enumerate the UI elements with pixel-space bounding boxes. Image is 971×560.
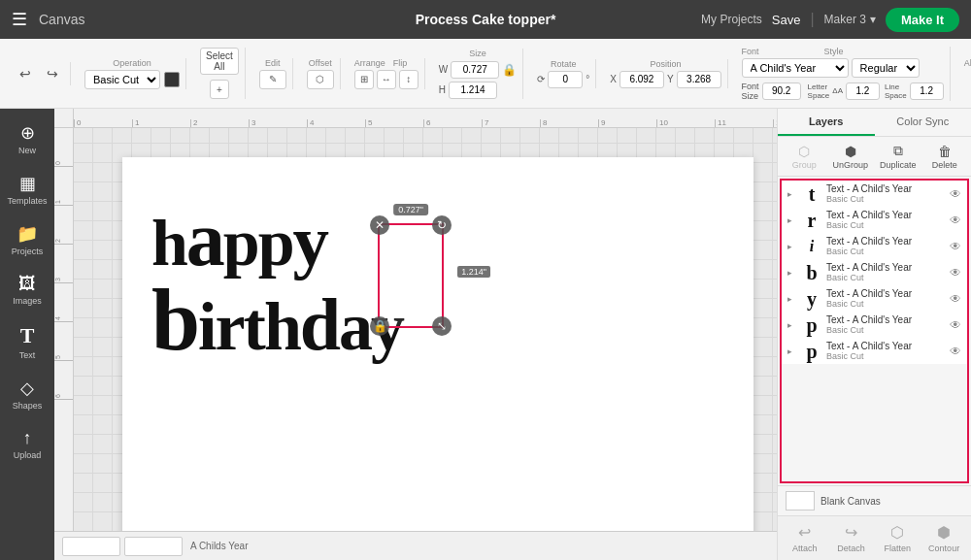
x-input[interactable] bbox=[619, 71, 664, 88]
tab-color-sync[interactable]: Color Sync bbox=[875, 109, 972, 136]
letter-space-input[interactable] bbox=[846, 82, 880, 100]
delete-handle[interactable]: ✕ bbox=[370, 215, 389, 235]
panel-tabs: Layers Color Sync bbox=[778, 109, 971, 137]
select-all-button[interactable]: Select All bbox=[200, 48, 239, 75]
layer-item-2[interactable]: ▸ i Text - A Child's Year Basic Cut 👁 bbox=[782, 233, 967, 259]
make-it-button[interactable]: Make It bbox=[886, 8, 959, 32]
images-icon: 🖼 bbox=[18, 274, 36, 294]
layer-item-5[interactable]: ▸ p Text - A Child's Year Basic Cut 👁 bbox=[782, 312, 967, 338]
sidebar-item-upload[interactable]: ↑ Upload bbox=[3, 420, 51, 468]
duplicate-icon: ⧉ bbox=[893, 143, 903, 159]
maker-selector[interactable]: Maker 3 ▾ bbox=[824, 13, 876, 26]
contour-icon: ⬢ bbox=[937, 523, 951, 542]
panel-bottom-actions: ↩ Attach ↪ Detach ⬡ Flatten ⬢ Contour bbox=[778, 515, 971, 560]
canvas-area[interactable]: 0 1 2 3 4 5 6 7 8 9 10 11 12 13 0 1 2 3 … bbox=[54, 109, 777, 560]
edit-label: Edit bbox=[265, 58, 281, 68]
height-input[interactable] bbox=[449, 82, 497, 99]
new-icon: ⊕ bbox=[20, 122, 35, 144]
flip-h-button[interactable]: ↔ bbox=[377, 70, 396, 89]
operation-select[interactable]: Basic Cut bbox=[84, 70, 160, 89]
rotate-label: Rotate bbox=[537, 59, 589, 69]
chevron-down-icon: ▾ bbox=[870, 13, 876, 26]
flip-v-button[interactable]: ↕ bbox=[399, 70, 419, 89]
lock-icon[interactable]: 🔒 bbox=[502, 63, 517, 77]
flip-label: Flip bbox=[393, 58, 408, 68]
attach-button[interactable]: ↩ Attach bbox=[784, 521, 826, 555]
ungroup-icon: ⬢ bbox=[845, 144, 856, 159]
ungroup-button[interactable]: ⬢ UnGroup bbox=[828, 142, 872, 172]
sidebar-item-new[interactable]: ⊕ New bbox=[3, 115, 51, 163]
eye-icon-1[interactable]: 👁 bbox=[950, 214, 961, 227]
font-style-select[interactable]: Regular bbox=[852, 58, 920, 78]
selection-box[interactable]: 0.727" ✕ ↻ 🔒 ⤡ 1.214" bbox=[378, 223, 444, 328]
canvas-thumbnail-2[interactable] bbox=[124, 537, 183, 556]
hamburger-icon[interactable]: ☰ bbox=[12, 9, 27, 30]
group-icon: ⬡ bbox=[798, 144, 810, 159]
sidebar-item-images[interactable]: 🖼 Images bbox=[3, 266, 51, 313]
group-button[interactable]: ⬡ Group bbox=[784, 142, 824, 172]
arrange-button[interactable]: ⊞ bbox=[354, 70, 374, 89]
eye-icon-2[interactable]: 👁 bbox=[950, 240, 961, 253]
canvas-thumbnail-1[interactable] bbox=[62, 537, 120, 556]
redo-button[interactable]: ↪ bbox=[41, 62, 64, 85]
canvas-label: Canvas bbox=[39, 12, 84, 27]
resize-handle[interactable]: ⤡ bbox=[432, 316, 452, 336]
font-size-input[interactable] bbox=[762, 82, 801, 100]
attach-icon: ↩ bbox=[798, 523, 811, 542]
undo-button[interactable]: ↩ bbox=[14, 62, 37, 85]
rotate-input[interactable] bbox=[548, 71, 583, 88]
select-add-button[interactable]: + bbox=[210, 80, 229, 99]
flatten-button[interactable]: ⬡ Flatten bbox=[877, 521, 920, 555]
birthday-line: birthday bbox=[151, 272, 403, 368]
contour-button[interactable]: ⬢ Contour bbox=[922, 521, 965, 555]
save-button[interactable]: Save bbox=[772, 13, 801, 27]
size-group: Size W 🔒 H bbox=[433, 49, 523, 99]
rotate-handle[interactable]: ↻ bbox=[432, 215, 452, 235]
canvas-workspace[interactable]: happy birthday 0.727" ✕ ↻ 🔒 ⤡ 1.214" bbox=[74, 128, 777, 531]
eye-icon-0[interactable]: 👁 bbox=[950, 187, 961, 201]
size-badge: 0.727" bbox=[393, 204, 428, 215]
delete-button[interactable]: 🗑 Delete bbox=[924, 142, 965, 172]
undo-redo-group: ↩ ↪ bbox=[8, 62, 71, 85]
happy-line: happy bbox=[151, 196, 403, 281]
letter-space-label: Letter Space bbox=[808, 82, 830, 100]
right-panel: Layers Color Sync ⬡ Group ⬢ UnGroup ⧉ Du… bbox=[777, 109, 971, 560]
offset-button[interactable]: ⬡ bbox=[307, 70, 334, 89]
sidebar-item-templates[interactable]: ▦ Templates bbox=[3, 165, 51, 214]
sidebar-item-text[interactable]: T Text bbox=[3, 315, 51, 368]
detach-button[interactable]: ↪ Detach bbox=[830, 521, 873, 555]
templates-icon: ▦ bbox=[19, 173, 36, 194]
alignment-label: Alignment bbox=[964, 58, 971, 68]
my-projects-link[interactable]: My Projects bbox=[701, 13, 762, 26]
layer-item-6[interactable]: ▸ p Text - A Child's Year Basic Cut 👁 bbox=[782, 338, 967, 364]
tab-layers[interactable]: Layers bbox=[778, 109, 875, 136]
blank-canvas-row: Blank Canvas bbox=[778, 485, 971, 515]
width-input[interactable] bbox=[451, 61, 499, 79]
eye-icon-6[interactable]: 👁 bbox=[950, 345, 961, 358]
edit-button[interactable]: ✎ bbox=[259, 70, 286, 89]
font-select[interactable]: A Child's Year bbox=[742, 58, 849, 78]
duplicate-button[interactable]: ⧉ Duplicate bbox=[876, 141, 921, 172]
eye-icon-5[interactable]: 👁 bbox=[950, 318, 961, 332]
layer-item-3[interactable]: ▸ b Text - A Child's Year Basic Cut 👁 bbox=[782, 259, 967, 285]
blank-canvas-preview bbox=[786, 491, 815, 511]
eye-icon-4[interactable]: 👁 bbox=[950, 292, 961, 306]
layer-item-4[interactable]: ▸ y Text - A Child's Year Basic Cut 👁 bbox=[782, 285, 967, 312]
nav-thumbnails bbox=[62, 537, 183, 556]
offset-label: Offset bbox=[309, 58, 332, 68]
line-space-input[interactable] bbox=[910, 82, 944, 100]
operation-label: Operation bbox=[84, 58, 180, 68]
sidebar-item-shapes[interactable]: ◇ Shapes bbox=[3, 370, 51, 418]
toolbar: ↩ ↪ Operation Basic Cut Select All + bbox=[0, 39, 971, 109]
main-area: ⊕ New ▦ Templates 📁 Projects 🖼 Images T … bbox=[0, 109, 971, 560]
panel-actions: ⬡ Group ⬢ UnGroup ⧉ Duplicate 🗑 Delete bbox=[778, 137, 971, 177]
lock-handle[interactable]: 🔒 bbox=[370, 316, 389, 336]
operation-color[interactable] bbox=[164, 72, 180, 87]
layer-item-1[interactable]: ▸ r Text - A Child's Year Basic Cut 👁 bbox=[782, 207, 967, 233]
y-input[interactable] bbox=[677, 71, 721, 88]
alignment-group: Alignment ≡ bbox=[958, 58, 971, 89]
sidebar-item-projects[interactable]: 📁 Projects bbox=[3, 215, 51, 264]
eye-icon-3[interactable]: 👁 bbox=[950, 266, 961, 280]
position-group: Position X Y bbox=[604, 59, 727, 88]
layer-item-0[interactable]: ▸ t Text - A Child's Year Basic Cut 👁 bbox=[782, 181, 967, 207]
